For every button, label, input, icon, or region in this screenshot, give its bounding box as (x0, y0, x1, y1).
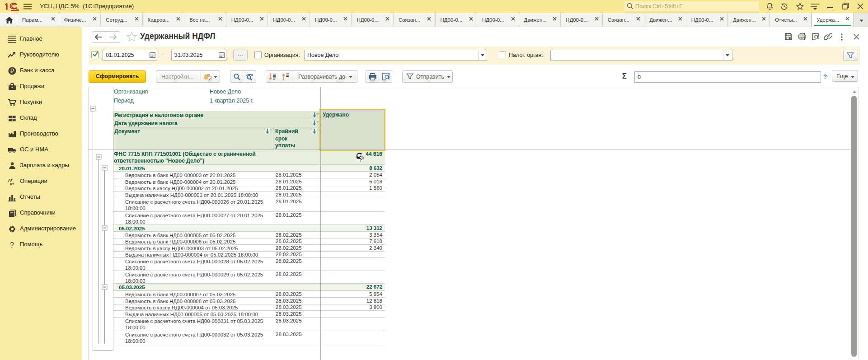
svg-text:?: ? (10, 241, 14, 249)
svg-text:Кт: Кт (10, 182, 14, 186)
svg-text:Дт: Дт (8, 178, 13, 182)
